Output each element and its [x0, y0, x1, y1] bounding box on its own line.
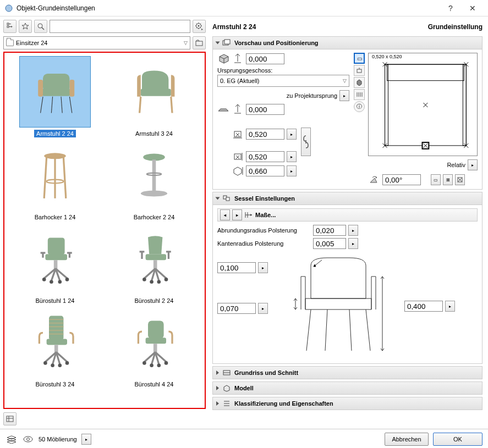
svg-point-52: [50, 280, 53, 284]
abrundungsradius-input[interactable]: [313, 225, 346, 236]
gallery-item[interactable]: Bürostuhl 4 24: [106, 307, 202, 388]
preview-dims: 0,520 x 0,520: [372, 54, 402, 59]
dim-a-input[interactable]: [217, 262, 256, 273]
mirror-reset-button[interactable]: [455, 174, 465, 185]
cancel-button[interactable]: Abbrechen: [385, 433, 429, 446]
gallery-item[interactable]: Bürostuhl 2 24: [106, 223, 202, 305]
left-toolbar: [3, 20, 206, 33]
section-preview-header[interactable]: Vorschau und Positionierung: [212, 36, 482, 49]
chevron-down-icon: ▽: [184, 40, 188, 46]
section-grundriss-header[interactable]: Grundriss und Schnitt: [212, 366, 482, 379]
depth-input[interactable]: [246, 151, 284, 162]
gallery-item-label: Barhocker 1 24: [32, 213, 78, 221]
library-button[interactable]: [3, 412, 17, 425]
view-elevation[interactable]: [354, 65, 365, 76]
svg-marker-116: [357, 80, 361, 86]
preview-canvas[interactable]: 0,520 x 0,520: [368, 53, 478, 156]
svg-rect-123: [385, 64, 388, 146]
depth-step[interactable]: ▸: [287, 151, 297, 162]
svg-line-138: [366, 309, 370, 351]
svg-marker-100: [218, 109, 228, 111]
gallery-item-label: Bürostuhl 3 24: [34, 380, 77, 388]
svg-rect-132: [226, 197, 229, 201]
kantenradius-step[interactable]: ▸: [348, 238, 358, 249]
chair-sketch: [289, 255, 399, 360]
gallery-item[interactable]: Bürostuhl 3 24: [7, 307, 103, 388]
angle-input[interactable]: [382, 174, 421, 185]
ok-button[interactable]: OK: [433, 433, 482, 446]
folder-up-button[interactable]: [193, 36, 206, 49]
view-section[interactable]: [354, 89, 365, 100]
gallery-item-label: Armstuhl 3 24: [133, 130, 175, 137]
svg-rect-80: [148, 320, 164, 339]
abrundungsradius-label: Abrundungsradius Polsterung: [217, 227, 311, 234]
view-plan[interactable]: ▭: [354, 53, 365, 64]
nav-label: Maße...: [255, 212, 276, 218]
help-button[interactable]: ?: [440, 4, 462, 13]
gallery-item[interactable]: Armstuhl 3 24: [106, 56, 202, 137]
story-select[interactable]: 0. EG (Aktuell) ▽: [217, 75, 349, 87]
svg-point-62: [150, 280, 153, 284]
svg-point-153: [24, 436, 32, 442]
link-dimensions-button[interactable]: [301, 128, 311, 156]
view-3d[interactable]: [354, 77, 365, 88]
svg-line-6: [42, 27, 44, 30]
width-icon: [232, 128, 244, 140]
gallery-item[interactable]: Barhocker 1 24: [7, 140, 103, 221]
svg-marker-146: [224, 385, 229, 391]
story-label: Ursprungsgeschoss:: [217, 67, 349, 74]
svg-line-139: [325, 309, 327, 351]
layer-menu[interactable]: ▸: [81, 434, 91, 445]
eye-icon[interactable]: [22, 433, 34, 445]
height-icon: [232, 165, 244, 177]
section-sessel-header[interactable]: Sessel Einstellungen: [212, 192, 482, 205]
gallery-item-label: Armstuhl 2 24: [34, 130, 76, 137]
dim-c-step[interactable]: ▸: [445, 301, 455, 312]
svg-point-37: [141, 191, 167, 197]
z-project-input[interactable]: [246, 104, 284, 115]
gallery-item[interactable]: Bürostuhl 1 24: [7, 223, 103, 305]
search-input[interactable]: [50, 20, 190, 33]
z-base-input[interactable]: [246, 53, 284, 64]
height-input[interactable]: [246, 165, 284, 176]
folder-select[interactable]: Einsitzer 24 ▽: [3, 36, 190, 49]
mirror-v-button[interactable]: ⊠: [443, 174, 453, 185]
svg-line-32: [63, 157, 65, 198]
section-modell-header[interactable]: Modell: [212, 381, 482, 395]
abrundungsradius-step[interactable]: ▸: [348, 225, 358, 236]
svg-marker-150: [7, 436, 16, 439]
dim-b-step[interactable]: ▸: [258, 303, 268, 314]
elevation-icon: [232, 103, 244, 115]
svg-rect-45: [54, 260, 58, 268]
view-info[interactable]: ⓘ: [354, 101, 365, 112]
nav-next[interactable]: ▸: [232, 209, 242, 220]
svg-rect-124: [463, 64, 466, 146]
search-button[interactable]: [34, 20, 47, 33]
favorites-button[interactable]: [19, 20, 32, 33]
project-origin-button[interactable]: ▸: [339, 90, 349, 101]
width-input[interactable]: [246, 129, 284, 140]
svg-rect-108: [234, 154, 241, 159]
settings-button[interactable]: [193, 20, 206, 33]
gallery-item[interactable]: Barhocker 2 24: [106, 140, 202, 221]
disclosure-icon: [216, 386, 219, 390]
section-klass-header[interactable]: Klassifizierung und Eigenschaften: [212, 397, 482, 410]
kantenradius-input[interactable]: [313, 238, 346, 249]
app-icon: [4, 4, 13, 13]
width-step[interactable]: ▸: [287, 129, 297, 140]
dim-c-input[interactable]: [404, 301, 443, 312]
layer-icon[interactable]: [6, 433, 18, 445]
object-gallery: Armstuhl 2 24 Armstuhl 3 24: [3, 52, 206, 409]
hierarchy-button[interactable]: [3, 20, 17, 33]
dim-b-input[interactable]: [217, 303, 256, 314]
svg-marker-3: [11, 26, 13, 27]
dim-a-step[interactable]: ▸: [258, 262, 268, 273]
svg-rect-103: [234, 131, 241, 137]
nav-prev[interactable]: ◂: [220, 209, 230, 220]
relative-button[interactable]: ▸: [468, 159, 478, 170]
height-step[interactable]: ▸: [287, 165, 297, 176]
depth-icon: [232, 151, 244, 163]
close-button[interactable]: ✕: [462, 4, 484, 13]
gallery-item[interactable]: Armstuhl 2 24: [7, 56, 103, 137]
mirror-h-button[interactable]: ▭: [431, 174, 441, 185]
